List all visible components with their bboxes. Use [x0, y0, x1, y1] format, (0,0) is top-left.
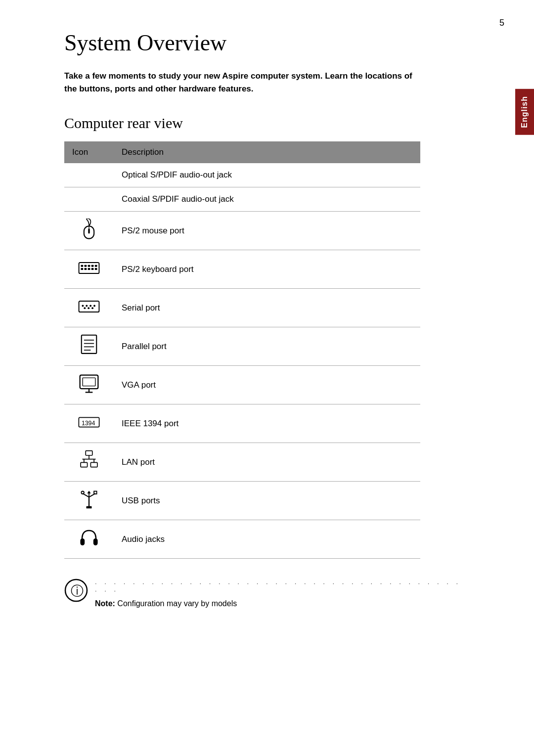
svg-rect-8 [95, 265, 97, 267]
svg-rect-5 [85, 265, 87, 267]
section-title: Computer rear view [64, 115, 470, 132]
desc-cell-lan: LAN port [114, 443, 420, 482]
svg-rect-28 [83, 378, 95, 386]
table-row: 1394 IEEE 1394 port [64, 404, 420, 443]
icon-cell-serial [64, 289, 114, 327]
svg-rect-48 [80, 538, 85, 545]
svg-rect-33 [86, 451, 92, 455]
svg-rect-22 [82, 335, 96, 354]
svg-rect-49 [93, 538, 98, 545]
svg-point-16 [86, 305, 88, 307]
svg-rect-37 [81, 462, 88, 467]
table-row: PS/2 mouse port [64, 212, 420, 250]
icon-cell-parallel [64, 327, 114, 366]
note-icon: ⓘ [64, 578, 88, 607]
note-dots: · · · · · · · · · · · · · · · · · · · · … [95, 579, 470, 594]
table-row: Optical S/PDIF audio-out jack [64, 163, 420, 187]
svg-rect-45 [94, 491, 97, 494]
svg-text:1394: 1394 [82, 420, 95, 427]
svg-point-18 [93, 305, 95, 307]
svg-rect-11 [88, 268, 90, 270]
english-tab: English [515, 89, 534, 135]
icon-cell-optical [64, 163, 114, 187]
icon-cell-lan [64, 443, 114, 482]
svg-rect-6 [88, 265, 90, 267]
desc-cell-ieee: IEEE 1394 port [114, 404, 420, 443]
intro-text: Take a few moments to study your new Asp… [64, 70, 420, 95]
svg-rect-14 [79, 301, 99, 312]
note-content: · · · · · · · · · · · · · · · · · · · · … [95, 577, 470, 608]
desc-cell-audio: Audio jacks [114, 520, 420, 559]
svg-point-15 [82, 305, 84, 307]
desc-cell-mouse: PS/2 mouse port [114, 212, 420, 250]
overview-table: Icon Description Optical S/PDIF audio-ou… [64, 141, 420, 559]
svg-point-19 [84, 307, 86, 309]
svg-text:ⓘ: ⓘ [71, 584, 84, 598]
desc-cell-serial: Serial port [114, 289, 420, 327]
svg-rect-10 [85, 268, 87, 270]
desc-cell-usb: USB ports [114, 482, 420, 520]
note-text: Note: Configuration may vary by models [95, 599, 237, 608]
svg-point-20 [88, 307, 89, 309]
note-section: ⓘ · · · · · · · · · · · · · · · · · · · … [64, 577, 470, 608]
desc-cell-coaxial: Coaxial S/PDIF audio-out jack [114, 187, 420, 212]
svg-point-17 [89, 305, 91, 307]
icon-cell-usb [64, 482, 114, 520]
table-row: Coaxial S/PDIF audio-out jack [64, 187, 420, 212]
desc-cell-parallel: Parallel port [114, 327, 420, 366]
page-number: 5 [499, 18, 504, 28]
svg-rect-9 [81, 268, 84, 270]
table-row: LAN port [64, 443, 420, 482]
table-row: Parallel port [64, 327, 420, 366]
svg-marker-46 [87, 491, 90, 494]
svg-rect-7 [91, 265, 94, 267]
icon-cell-ieee: 1394 [64, 404, 114, 443]
table-row: PS/2 keyboard port [64, 250, 420, 289]
col-icon: Icon [64, 141, 114, 163]
icon-cell-vga [64, 366, 114, 404]
table-row: Audio jacks [64, 520, 420, 559]
svg-rect-39 [90, 462, 97, 467]
table-row: VGA port [64, 366, 420, 404]
table-row: Serial port [64, 289, 420, 327]
table-row: USB ports [64, 482, 420, 520]
svg-rect-13 [95, 268, 97, 270]
col-description: Description [114, 141, 420, 163]
icon-cell-audio [64, 520, 114, 559]
page-title: System Overview [64, 30, 470, 56]
icon-cell-keyboard [64, 250, 114, 289]
table-container: Icon Description Optical S/PDIF audio-ou… [64, 141, 420, 559]
svg-rect-4 [81, 265, 84, 267]
desc-cell-optical: Optical S/PDIF audio-out jack [114, 163, 420, 187]
icon-cell-coaxial [64, 187, 114, 212]
svg-point-21 [91, 307, 93, 309]
icon-cell-mouse [64, 212, 114, 250]
svg-point-44 [81, 491, 84, 494]
desc-cell-keyboard: PS/2 keyboard port [114, 250, 420, 289]
svg-rect-47 [87, 506, 92, 509]
desc-cell-vga: VGA port [114, 366, 420, 404]
svg-rect-12 [91, 268, 94, 270]
